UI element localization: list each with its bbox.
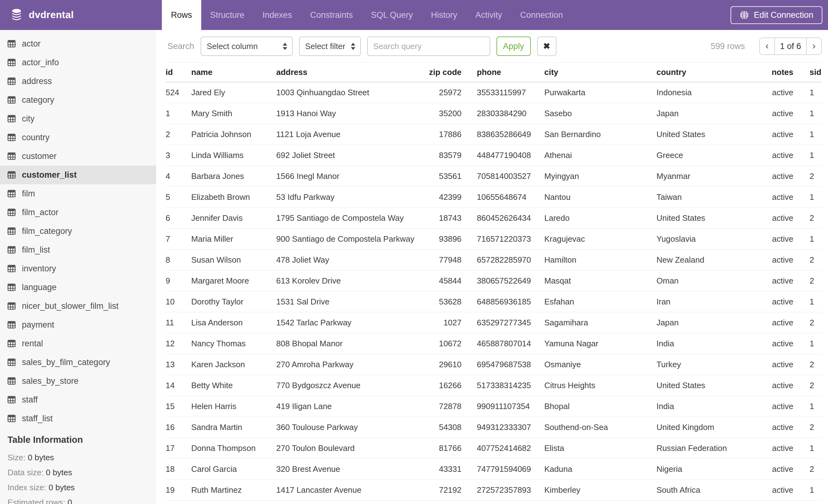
tab-constraints[interactable]: Constraints (301, 0, 362, 30)
table-cell: Susan Wilson (191, 249, 276, 270)
table-cell: 4 (166, 166, 191, 187)
table-cell: Kaduna (544, 459, 657, 479)
table-row[interactable]: 10Dorothy Taylor1531 Sal Drive5362864885… (166, 291, 822, 312)
table-cell: 1417 Lancaster Avenue (276, 479, 416, 501)
column-header-sid[interactable]: sid (793, 63, 822, 82)
table-row[interactable]: 11Lisa Anderson1542 Tarlac Parkway102763… (166, 312, 822, 333)
previous-page-button[interactable]: ‹ (760, 38, 774, 54)
edit-connection-label: Edit Connection (754, 10, 813, 20)
table-cell: 1 (793, 479, 822, 501)
table-cell: 2 (793, 417, 822, 438)
column-header-zip-code[interactable]: zip code (416, 63, 461, 82)
sidebar-item-staff[interactable]: staff (0, 390, 156, 409)
column-header-city[interactable]: city (544, 63, 657, 82)
tab-structure[interactable]: Structure (201, 0, 254, 30)
sidebar-item-film_category[interactable]: film_category (0, 222, 156, 240)
table-cell: active (767, 103, 793, 124)
sidebar-item-film[interactable]: film (0, 184, 156, 203)
sidebar-item-actor_info[interactable]: actor_info (0, 53, 156, 72)
next-page-button[interactable]: › (807, 38, 821, 54)
sidebar-item-customer[interactable]: customer (0, 147, 156, 166)
tab-history[interactable]: History (422, 0, 466, 30)
table-row[interactable]: 4Barbara Jones1566 Inegl Manor5356170581… (166, 166, 822, 187)
tab-activity[interactable]: Activity (466, 0, 511, 30)
table-cell: 716571220373 (461, 229, 544, 249)
table-row[interactable]: 6Jennifer Davis1795 Santiago de Composte… (166, 208, 822, 229)
sidebar-item-sales_by_film_category[interactable]: sales_by_film_category (0, 353, 156, 372)
table-name-label: language (22, 283, 56, 292)
table-cell: 43331 (416, 459, 461, 479)
table-row[interactable]: 5Elizabeth Brown53 Idfu Parkway423991065… (166, 187, 822, 208)
table-cell: 900 Santiago de Compostela Parkway (276, 229, 416, 249)
table-cell: 860452626434 (461, 208, 544, 229)
apply-button[interactable]: Apply (496, 37, 531, 56)
sidebar-item-actor[interactable]: actor (0, 34, 156, 53)
table-cell: active (767, 166, 793, 187)
table-row[interactable]: 2Patricia Johnson1121 Loja Avenue1788683… (166, 124, 822, 145)
sidebar-item-country[interactable]: country (0, 128, 156, 147)
table-row[interactable]: 7Maria Miller900 Santiago de Compostela … (166, 229, 822, 249)
table-cell: Japan (657, 312, 767, 333)
sidebar-item-customer_list[interactable]: customer_list (0, 166, 156, 184)
table-cell: Elizabeth Brown (191, 187, 276, 208)
table-cell: active (767, 354, 793, 375)
filter-select[interactable]: Select filter (299, 37, 361, 56)
sidebar-item-sales_by_store[interactable]: sales_by_store (0, 372, 156, 390)
table-row[interactable]: 18Carol Garcia320 Brest Avenue4333174779… (166, 459, 822, 479)
table-row[interactable]: 14Betty White770 Bydgoszcz Avenue1626651… (166, 375, 822, 396)
table-information: Table Information Size: 0 bytesData size… (0, 435, 156, 504)
sidebar-item-nicer_but_slower_film_list[interactable]: nicer_but_slower_film_list (0, 296, 156, 315)
tab-connection[interactable]: Connection (511, 0, 572, 30)
table-icon (7, 283, 15, 291)
sidebar-item-category[interactable]: category (0, 91, 156, 109)
table-row[interactable]: 524Jared Ely1003 Qinhuangdao Street25972… (166, 82, 822, 103)
table-name-label: rental (22, 339, 43, 349)
search-query-input[interactable] (367, 37, 490, 56)
table-row[interactable]: 3Linda Williams692 Joliet Street83579448… (166, 145, 822, 166)
column-header-notes[interactable]: notes (767, 63, 793, 82)
edit-connection-button[interactable]: Edit Connection (731, 6, 822, 24)
table-icon (7, 227, 15, 235)
column-header-address[interactable]: address (276, 63, 416, 82)
table-row[interactable]: 19Ruth Martinez1417 Lancaster Avenue7219… (166, 479, 822, 501)
table-row[interactable]: 9Margaret Moore613 Korolev Drive45844380… (166, 270, 822, 291)
tab-indexes[interactable]: Indexes (253, 0, 301, 30)
table-row[interactable]: 17Donna Thompson270 Toulon Boulevard8176… (166, 438, 822, 459)
sidebar-item-film_actor[interactable]: film_actor (0, 203, 156, 222)
column-header-name[interactable]: name (191, 63, 276, 82)
tab-sql-query[interactable]: SQL Query (362, 0, 422, 30)
column-header-country[interactable]: country (657, 63, 767, 82)
table-cell: 2 (166, 124, 191, 145)
table-row[interactable]: 8Susan Wilson478 Joliet Way7794865728228… (166, 249, 822, 270)
tab-rows[interactable]: Rows (162, 0, 201, 30)
sidebar-item-payment[interactable]: payment (0, 315, 156, 334)
column-header-phone[interactable]: phone (461, 63, 544, 82)
info-estimated-rows: Estimated rows: 0 (7, 495, 156, 504)
sidebar-item-rental[interactable]: rental (0, 334, 156, 353)
table-cell: 15 (166, 396, 191, 417)
table-cell: 29610 (416, 354, 461, 375)
table-row[interactable]: 16Sandra Martin360 Toulouse Parkway54308… (166, 417, 822, 438)
sidebar-item-address[interactable]: address (0, 72, 156, 91)
table-name-label: film_list (22, 245, 50, 255)
table-list: actoractor_infoaddresscategorycitycountr… (0, 34, 156, 428)
table-cell: active (767, 459, 793, 479)
table-cell: active (767, 124, 793, 145)
table-cell: 1913 Hanoi Way (276, 103, 416, 124)
sidebar-item-city[interactable]: city (0, 109, 156, 128)
table-cell: 517338314235 (461, 375, 544, 396)
table-cell: 35533115997 (461, 82, 544, 103)
column-header-id[interactable]: id (166, 63, 191, 82)
table-row[interactable]: 15Helen Harris419 Iligan Lane72878990911… (166, 396, 822, 417)
sidebar-item-film_list[interactable]: film_list (0, 240, 156, 259)
column-select[interactable]: Select column (201, 37, 293, 56)
sidebar-item-inventory[interactable]: inventory (0, 259, 156, 278)
sidebar-item-language[interactable]: language (0, 278, 156, 296)
table-row[interactable]: 13Karen Jackson270 Amroha Parkway2961069… (166, 354, 822, 375)
table-row[interactable]: 1Mary Smith1913 Hanoi Way352002830338429… (166, 103, 822, 124)
clear-search-button[interactable]: ✖ (537, 37, 556, 56)
rows-table: idnameaddresszip codephonecitycountrynot… (166, 62, 822, 501)
sidebar-item-staff_list[interactable]: staff_list (0, 409, 156, 428)
table-cell: active (767, 145, 793, 166)
table-row[interactable]: 12Nancy Thomas808 Bhopal Manor1067246588… (166, 333, 822, 354)
